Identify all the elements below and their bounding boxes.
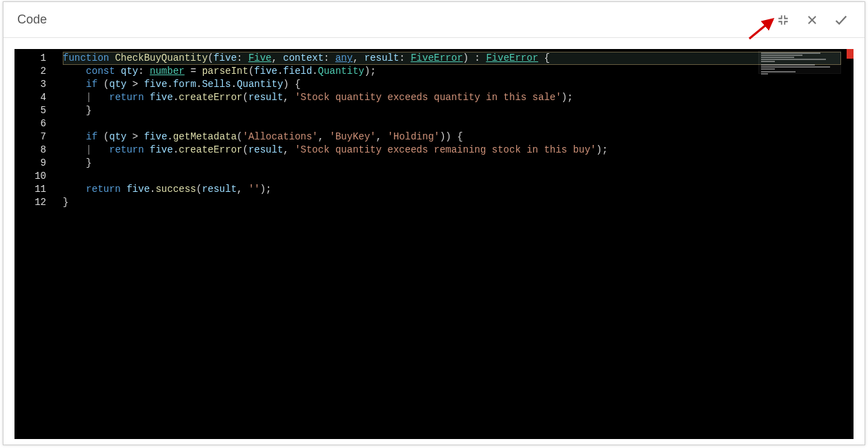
code-line[interactable]: }	[63, 104, 841, 117]
dialog-header: Code	[3, 2, 865, 38]
code-line[interactable]: | return five.createError(result, 'Stock…	[63, 91, 841, 104]
line-number: 4	[14, 91, 59, 104]
minimap[interactable]	[758, 50, 841, 74]
code-line[interactable]	[63, 117, 841, 130]
collapse-icon	[777, 14, 789, 26]
code-line[interactable]: if (qty > five.getMetadata('Allocations'…	[63, 130, 841, 144]
line-number: 5	[14, 104, 59, 117]
overview-ruler[interactable]	[844, 49, 854, 439]
line-number: 12	[14, 196, 59, 209]
line-number: 9	[14, 157, 59, 170]
line-number: 8	[14, 144, 59, 157]
line-number: 11	[14, 183, 59, 196]
collapse-button[interactable]	[771, 8, 796, 32]
close-icon	[806, 14, 818, 26]
code-line[interactable]: return five.success(result, '');	[63, 183, 841, 196]
code-line[interactable]: const qty: number = parseInt(five.field.…	[63, 65, 841, 78]
code-line[interactable]: }	[63, 196, 841, 209]
code-line[interactable]: function CheckBuyQuantity(five: Five, co…	[63, 52, 841, 65]
code-line[interactable]	[63, 170, 841, 183]
line-number: 1	[14, 52, 59, 65]
line-number: 6	[14, 117, 59, 130]
code-line[interactable]: if (qty > five.form.Sells.Quantity) {	[63, 78, 841, 91]
line-number: 2	[14, 65, 59, 78]
line-number: 10	[14, 170, 59, 183]
line-number: 3	[14, 78, 59, 91]
code-line[interactable]: }	[63, 157, 841, 170]
line-number-gutter: 123456789101112	[14, 49, 59, 439]
code-line[interactable]: | return five.createError(result, 'Stock…	[63, 144, 841, 157]
check-icon	[834, 12, 849, 28]
line-number: 7	[14, 130, 59, 144]
code-area[interactable]: function CheckBuyQuantity(five: Five, co…	[63, 49, 841, 439]
confirm-button[interactable]	[829, 8, 854, 32]
close-button[interactable]	[800, 8, 825, 32]
code-dialog: Code 123456789101112 function CheckBuyQu…	[3, 1, 865, 445]
code-editor[interactable]: 123456789101112 function CheckBuyQuantit…	[14, 49, 854, 439]
error-marker	[847, 49, 854, 59]
dialog-title: Code	[17, 12, 767, 27]
